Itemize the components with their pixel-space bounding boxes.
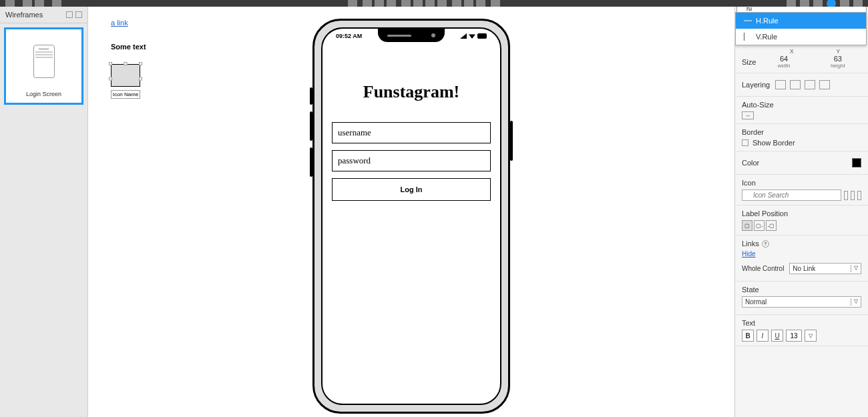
- wireframe-thumbnail[interactable]: Login Screen: [4, 27, 83, 105]
- username-input[interactable]: username: [332, 122, 491, 143]
- send-backward-icon[interactable]: [790, 80, 801, 89]
- coord-y-label: Y: [836, 48, 840, 55]
- phone-mockup[interactable]: 09:52 AM Funstagram! username password L…: [312, 19, 510, 414]
- inspector-panel: H.Rule V.Rule X Y Size 64 width: [734, 7, 868, 417]
- top-toolbar: [0, 0, 868, 7]
- vrule-icon: [744, 33, 744, 41]
- autosize-toggle[interactable]: ↔: [742, 111, 754, 119]
- icon-rotate-btn[interactable]: [851, 191, 855, 200]
- color-swatch[interactable]: [852, 158, 861, 167]
- icon-search-input[interactable]: [742, 189, 841, 201]
- phone-status-icons: [460, 33, 487, 39]
- icon-clear-btn[interactable]: [857, 191, 861, 200]
- show-border-label: Show Border: [752, 139, 795, 147]
- whole-control-label: Whole Control: [742, 265, 784, 272]
- bold-button[interactable]: B: [742, 330, 754, 342]
- password-input[interactable]: password: [332, 150, 491, 171]
- autosize-label: Auto-Size: [742, 101, 774, 109]
- element-type-dropdown: H.Rule V.Rule: [735, 12, 867, 45]
- label-pos-bottom[interactable]: ▢: [742, 220, 752, 231]
- color-label: Color: [742, 159, 759, 167]
- thumbnail-preview: [33, 45, 55, 78]
- login-button[interactable]: Log In: [332, 178, 491, 201]
- wireframes-sidebar: Wireframes Login Screen: [0, 7, 88, 417]
- chevron-down-icon: ▽: [851, 265, 858, 272]
- canvas-link-element[interactable]: a link: [111, 19, 146, 27]
- state-label: State: [742, 286, 759, 294]
- label-pos-none[interactable]: -▢: [766, 220, 777, 231]
- icon-widget-label[interactable]: Icon Name: [111, 90, 140, 99]
- canvas[interactable]: a link Some text Icon Name: [88, 7, 734, 417]
- coord-x-label: X: [790, 48, 794, 55]
- width-value[interactable]: 64: [778, 55, 791, 63]
- icon-size-btn[interactable]: [844, 191, 848, 200]
- height-value[interactable]: 63: [831, 55, 845, 63]
- sidebar-menu-icon[interactable]: [75, 11, 82, 18]
- text-size-dropdown[interactable]: ▽: [805, 330, 817, 342]
- size-label: Size: [742, 58, 756, 66]
- send-back-icon[interactable]: [819, 80, 830, 89]
- hrule-icon: [744, 21, 752, 21]
- border-label: Border: [742, 128, 764, 136]
- show-border-checkbox[interactable]: [742, 139, 748, 146]
- bring-forward-icon[interactable]: [775, 80, 786, 89]
- text-label: Text: [742, 319, 755, 327]
- layering-label: Layering: [742, 81, 770, 89]
- label-pos-right[interactable]: ▢-: [754, 220, 765, 231]
- icon-section-label: Icon: [742, 179, 756, 187]
- canvas-text-element[interactable]: Some text: [111, 43, 146, 51]
- app-title[interactable]: Funstagram!: [332, 82, 491, 102]
- hide-link[interactable]: Hide: [742, 250, 756, 258]
- wifi-icon: [469, 33, 475, 39]
- whole-control-select[interactable]: No Link ▽: [789, 263, 861, 274]
- thumbnail-label: Login Screen: [11, 91, 76, 97]
- dropdown-item-hrule[interactable]: H.Rule: [736, 13, 866, 29]
- battery-icon: [477, 33, 487, 39]
- phone-time: 09:52 AM: [336, 33, 362, 39]
- links-label: Links: [742, 240, 759, 248]
- bring-front-icon[interactable]: [805, 80, 815, 89]
- icon-widget-selected[interactable]: Icon Name: [111, 64, 140, 93]
- signal-icon: [460, 33, 467, 39]
- italic-button[interactable]: I: [756, 330, 769, 342]
- underline-button[interactable]: U: [771, 330, 783, 342]
- sidebar-view-icon[interactable]: [66, 11, 73, 18]
- state-select[interactable]: Normal ▽: [742, 296, 861, 308]
- chevron-down-icon: ▽: [851, 298, 858, 306]
- text-size-input[interactable]: [786, 330, 802, 342]
- label-position-label: Label Position: [742, 210, 788, 218]
- links-help-icon[interactable]: ?: [762, 240, 769, 248]
- sidebar-title: Wireframes: [5, 11, 43, 19]
- dropdown-item-vrule[interactable]: V.Rule: [736, 29, 866, 45]
